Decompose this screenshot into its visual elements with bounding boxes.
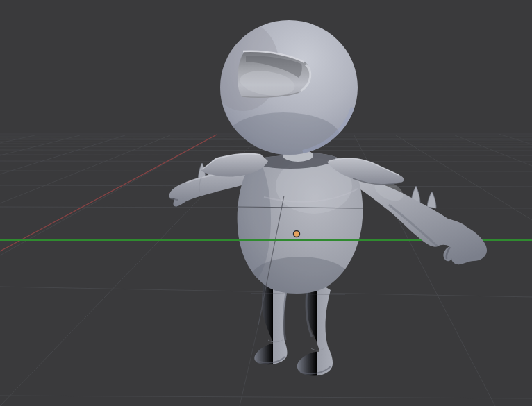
- viewport-canvas[interactable]: [0, 0, 532, 406]
- 3d-viewport[interactable]: [0, 0, 532, 406]
- object-origin-marker[interactable]: [294, 231, 300, 237]
